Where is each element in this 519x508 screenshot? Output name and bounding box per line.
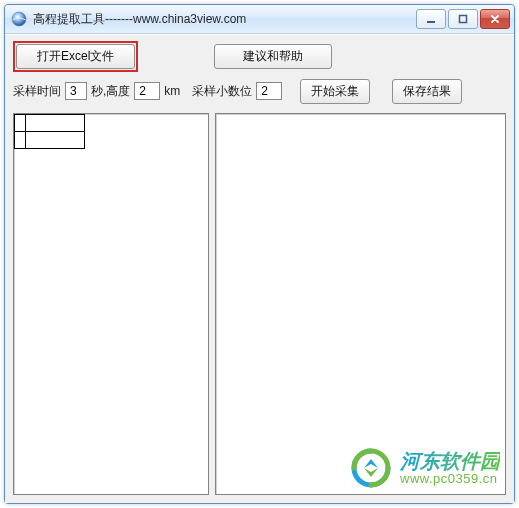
minimize-button[interactable] <box>416 9 446 29</box>
grid-cell <box>26 132 85 149</box>
toolbar-row-2: 采样时间 秒,高度 km 采样小数位 开始采集 保存结果 <box>13 77 506 105</box>
help-button[interactable]: 建议和帮助 <box>214 44 332 69</box>
maximize-button[interactable] <box>448 9 478 29</box>
content-panels <box>13 113 506 495</box>
grid-cell <box>15 132 26 149</box>
sample-time-input[interactable] <box>65 82 87 100</box>
window-controls <box>416 9 510 29</box>
titlebar[interactable]: 高程提取工具-------www.china3view.com <box>5 5 514 34</box>
seconds-height-label: 秒,高度 <box>91 83 130 100</box>
app-window: 高程提取工具-------www.china3view.com 打开Excel文… <box>4 4 515 504</box>
mini-grid <box>14 114 85 149</box>
window-title: 高程提取工具-------www.china3view.com <box>33 11 416 28</box>
decimal-input[interactable] <box>256 82 282 100</box>
open-excel-highlight: 打开Excel文件 <box>13 41 138 72</box>
grid-cell <box>15 115 26 132</box>
right-panel[interactable] <box>215 113 506 495</box>
app-icon <box>11 11 27 27</box>
km-label: km <box>164 84 180 98</box>
decimal-label: 采样小数位 <box>192 83 252 100</box>
svg-rect-1 <box>427 21 435 23</box>
start-collect-button[interactable]: 开始采集 <box>300 79 370 104</box>
close-button[interactable] <box>480 9 510 29</box>
toolbar-row-1: 打开Excel文件 建议和帮助 <box>13 41 506 71</box>
open-excel-button[interactable]: 打开Excel文件 <box>16 44 135 69</box>
height-input[interactable] <box>134 82 160 100</box>
grid-cell <box>26 115 85 132</box>
svg-rect-2 <box>460 16 467 23</box>
client-area: 打开Excel文件 建议和帮助 采样时间 秒,高度 km 采样小数位 开始采集 … <box>5 34 514 503</box>
save-result-button[interactable]: 保存结果 <box>392 79 462 104</box>
sample-time-label: 采样时间 <box>13 83 61 100</box>
left-panel[interactable] <box>13 113 209 495</box>
